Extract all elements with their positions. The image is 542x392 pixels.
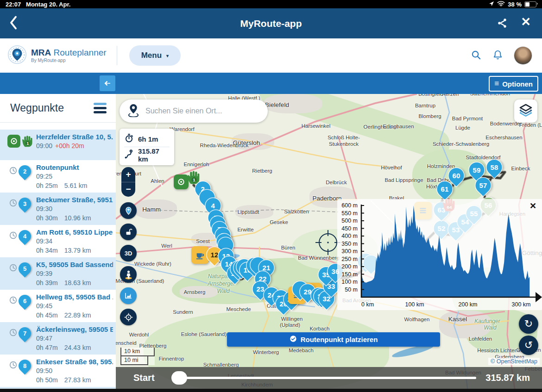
sidebar-menu-icon[interactable] <box>92 101 108 115</box>
place-routepoint-button[interactable]: Routenpunkt platzieren <box>227 332 440 347</box>
ride-time-icon <box>124 133 134 144</box>
status-left: 22:07 Montag 20. Apr. <box>6 1 70 8</box>
redo-icon: ↻ <box>524 318 533 330</box>
waypoint-title: Routenpunkt <box>36 163 113 171</box>
svg-text:100 m: 100 m <box>341 279 358 285</box>
scale-mi: 10 mi <box>121 356 148 365</box>
waypoint-item[interactable]: 6Hellweg 85, 59505 Bad ...09:450h 45m22.… <box>0 290 116 322</box>
waypoint-meta: 0h 25m5.61 km <box>36 182 113 189</box>
app-logo[interactable]: MRA Routeplanner By MyRoute-app <box>7 45 107 66</box>
avatar[interactable] <box>514 47 532 64</box>
slider-knob[interactable] <box>171 371 187 385</box>
waypoint-item[interactable]: 7Äckerleinsweg, 59505 B...09:470h 47m24.… <box>0 322 116 355</box>
brand-name: MRA <box>31 48 51 57</box>
waypoint-meta: 0h 45m22.89 km <box>36 311 113 319</box>
waypoint-item[interactable]: 4Am Rott 6, 59510 Lippe...09:340h 34m13.… <box>0 225 116 257</box>
waypoint-item[interactable]: 8Enkeser Straße 98, 595...09:500h 50m27.… <box>0 355 116 387</box>
logo-icon <box>7 45 27 66</box>
map-search-box[interactable] <box>120 100 268 123</box>
clock-icon <box>9 199 17 209</box>
map-marker-59[interactable]: 59 <box>469 162 485 178</box>
waypoint-meta: 0h 47m24.43 km <box>36 344 113 351</box>
place-routepoint-label: Routenpunkt platzieren <box>301 336 378 343</box>
elevation-chart-button[interactable] <box>120 287 137 304</box>
streetview-pegman-icon[interactable] <box>120 266 137 283</box>
location-pin-icon <box>128 104 139 119</box>
clock-icon <box>9 296 17 306</box>
check-circle-icon <box>290 335 297 344</box>
map-canvas[interactable]: Halle (Westf.)BielefeldOerlinghausenWare… <box>116 94 542 392</box>
sidebar-header: Wegpunkte <box>0 94 116 123</box>
waypoint-meta: 0h 34m13.79 km <box>36 247 113 254</box>
undo-button[interactable]: ↺ <box>519 336 538 355</box>
chart-close-icon[interactable]: ✕ <box>529 201 536 211</box>
route-distance-icon <box>124 149 134 161</box>
svg-text:500 m: 500 m <box>341 218 358 224</box>
map-marker-57[interactable]: 57 <box>476 178 491 193</box>
close-icon[interactable]: ✕ <box>521 15 531 29</box>
options-button[interactable]: ≡ Optionen <box>489 76 538 92</box>
battery-percent: 38 % <box>508 1 522 8</box>
elevation-chart-panel: ✕ 600 m550 m500 m450 m400 m350 m300 m250… <box>337 199 542 310</box>
center-position-button[interactable] <box>120 309 137 325</box>
waypoint-pin-icon: 2 <box>16 162 33 180</box>
brand-suffix: Routeplanner <box>54 48 107 57</box>
layers-button[interactable] <box>514 100 537 123</box>
page-title: MyRoute-app <box>0 18 542 29</box>
map-marker-60[interactable]: 60 <box>449 168 464 183</box>
wifi-icon <box>497 0 505 8</box>
svg-text:600 m: 600 m <box>341 202 358 209</box>
status-date: Montag 20. Apr. <box>26 1 70 8</box>
chevron-down-icon: ▾ <box>166 53 169 58</box>
waypoint-title: K5, 59505 Bad Sassend... <box>36 261 113 268</box>
waypoint-pin-icon: 4 <box>16 227 33 245</box>
search-icon[interactable] <box>471 50 481 62</box>
waypoint-time: 09:47 <box>36 335 113 342</box>
waypoint-pin-icon: 7 <box>16 324 33 342</box>
waypoint-item[interactable]: 1Herzfelder Straße 10, 5...09:00+00h 20m <box>0 130 116 160</box>
scale-km: 10 km <box>121 348 155 356</box>
map-marker-58[interactable]: 58 <box>487 160 502 175</box>
waypoint-time: 09:50 <box>36 367 113 374</box>
slider-start-label: Start <box>133 373 155 383</box>
app-header: MyRoute-app ✕ <box>0 8 542 38</box>
add-waypoint-button[interactable] <box>120 202 137 219</box>
bell-icon[interactable] <box>492 50 503 62</box>
route-position-slider[interactable] <box>172 377 477 379</box>
waypoint-item[interactable]: 5K5, 59505 Bad Sassend...09:390h 39m18.6… <box>0 257 116 290</box>
zoom-in-button[interactable]: + <box>121 167 135 182</box>
svg-text:300 m: 300 m <box>341 248 358 255</box>
svg-text:200 m: 200 m <box>341 263 358 270</box>
zoom-out-button[interactable]: − <box>121 182 135 197</box>
waypoint-time: 09:30 <box>36 205 113 212</box>
menu-button[interactable]: Menu ▾ <box>129 45 181 66</box>
search-input[interactable] <box>145 106 259 116</box>
waypoint-time: 09:00+00h 20m <box>36 142 113 149</box>
clock-icon <box>9 264 17 274</box>
hamburger-icon: ≡ <box>494 79 499 88</box>
collapse-sidebar-button[interactable] <box>100 75 115 91</box>
3d-view-button[interactable]: 3D <box>120 245 137 261</box>
clock-icon <box>9 231 17 241</box>
undo-icon: ↺ <box>524 339 533 351</box>
map-attribution[interactable]: © OpenStreetMap <box>488 358 540 365</box>
svg-text:50 m: 50 m <box>345 286 358 293</box>
share-icon[interactable] <box>497 18 508 31</box>
map-marker-61[interactable]: 61 <box>437 181 453 197</box>
waypoint-title: Beckumer Straße, 5951... <box>36 196 113 204</box>
zoom-control: + − <box>121 167 135 197</box>
brand-subtitle: By MyRoute-app <box>31 58 107 63</box>
map-marker[interactable] <box>174 174 189 189</box>
lock-icon[interactable] <box>120 224 137 240</box>
waypoint-list: 1Herzfelder Straße 10, 5...09:00+00h 20m… <box>0 123 116 389</box>
battery-icon <box>524 1 536 7</box>
svg-text:250 m: 250 m <box>341 256 358 262</box>
waypoint-item[interactable]: 3Beckumer Straße, 5951...09:300h 30m10.9… <box>0 193 116 225</box>
toolbar: MRA Routeplanner By MyRoute-app Menu ▾ <box>0 38 542 73</box>
clock-icon <box>9 167 17 176</box>
waypoint-meta: 0h 39m18.63 km <box>36 279 113 286</box>
elevation-chart: 600 m550 m500 m450 m400 m350 m300 m250 m… <box>337 199 542 310</box>
sidebar-title: Wegpunkte <box>10 102 64 114</box>
redo-button[interactable]: ↻ <box>519 314 538 334</box>
waypoint-item[interactable]: 2Routenpunkt09:250h 25m5.61 km <box>0 160 116 193</box>
